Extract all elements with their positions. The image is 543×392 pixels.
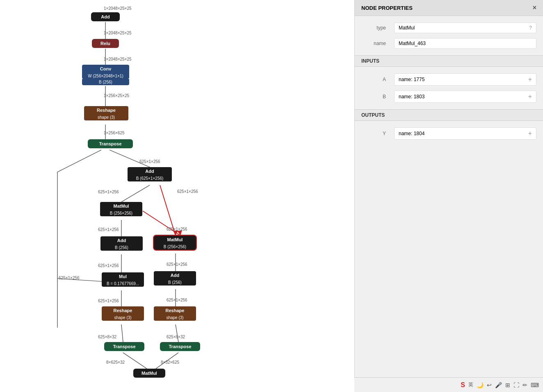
outputs-section: Y name: 1804 + (355, 121, 543, 146)
node-relu[interactable]: Relu (92, 39, 119, 48)
node-label: Add (91, 12, 120, 21)
edges-overlay (0, 0, 354, 392)
inputs-section: A name: 1775 + B name: 1803 + (355, 67, 543, 109)
node-matmul2[interactable]: MatMul B (256×256) (154, 236, 196, 250)
node-matmul-bot[interactable]: MatMul (133, 369, 165, 378)
name-value-text: MatMul_463 (399, 41, 426, 46)
svg-line-4 (110, 150, 150, 167)
node-param-b: B (256) (82, 79, 129, 85)
edge-label: 1×2048×25×25 (104, 57, 132, 61)
node-add-mid[interactable]: Add B (625×1×256) (128, 167, 172, 181)
node-label-text: Reshape (154, 306, 196, 315)
node-param-b: B (256) (154, 279, 196, 286)
taskbar-grid[interactable]: ⊞ (505, 382, 510, 388)
node-add-left[interactable]: Add B (256) (100, 236, 143, 251)
input-a-expand[interactable]: + (528, 76, 532, 83)
name-row: name MatMul_463 (355, 36, 543, 51)
taskbar-lang[interactable]: 英 (468, 381, 473, 388)
node-label: Transpose (160, 342, 200, 351)
node-mul[interactable]: Mul B = 0.17677669... (102, 272, 144, 287)
node-transpose3[interactable]: Transpose (160, 342, 200, 351)
type-value: MatMul ? (394, 23, 536, 33)
output-y-text: name: 1804 (399, 131, 424, 136)
node-reshape3[interactable]: Reshape shape (3) (154, 306, 196, 321)
graph-canvas[interactable]: 1×2048×25×25 1×2048×25×25 1×2048×25×25 1… (0, 0, 354, 392)
node-label-text: Reshape (84, 106, 128, 114)
svg-line-15 (176, 324, 178, 342)
edge-label: 625×1×256 (98, 263, 119, 268)
edge-label: 625×1×256 (167, 298, 187, 302)
node-param-b: B (625×1×256) (128, 175, 172, 181)
edge-label: 8×625×32 (106, 360, 125, 365)
node-param-b: B = 0.17677669... (102, 281, 144, 287)
output-y-value: name: 1804 + (394, 127, 536, 140)
input-a-row: A name: 1775 + (355, 71, 543, 88)
node-transpose2[interactable]: Transpose (104, 342, 144, 351)
panel-title: NODE PROPERTIES (361, 5, 413, 11)
edge-label: 1×2048×25×25 (104, 6, 132, 11)
node-label-text: Mul (102, 272, 144, 281)
taskbar-screen[interactable]: ⛶ (513, 382, 519, 388)
node-matmul1[interactable]: MatMul B (256×256) (100, 202, 142, 216)
edge-label: 1×256×625 (104, 131, 125, 135)
name-value: MatMul_463 (394, 38, 536, 49)
taskbar-moon[interactable]: 🌙 (477, 382, 484, 388)
panel-close-button[interactable]: × (533, 4, 536, 11)
node-param-b: B (256×256) (154, 244, 196, 250)
svg-line-7 (121, 185, 150, 202)
edge-label: 625×1×256 (59, 276, 80, 280)
svg-line-19 (143, 211, 180, 236)
input-b-row: B name: 1803 + (355, 88, 543, 105)
taskbar-s-icon: S (461, 381, 465, 389)
svg-line-12 (123, 353, 147, 369)
panel-header: NODE PROPERTIES × (355, 0, 543, 16)
edge-label: 1×256×25×25 (104, 93, 129, 98)
taskbar-undo[interactable]: ↩ (487, 382, 492, 388)
node-conv[interactable]: Conv W (256×2048×1×1) B (256) (82, 65, 129, 85)
node-label-text: Add (100, 236, 143, 245)
input-b-expand[interactable]: + (528, 93, 532, 100)
edge-label: 625×8×32 (98, 335, 116, 339)
node-label-text: Add (128, 167, 172, 175)
edge-label: 8×32×625 (161, 360, 179, 365)
node-reshape2[interactable]: Reshape shape (3) (102, 306, 144, 321)
node-add-right[interactable]: Add B (256) (154, 271, 196, 286)
node-reshape1[interactable]: Reshape shape (3) (84, 106, 128, 120)
edge-label: 1×2048×25×25 (104, 31, 132, 35)
taskbar-pen[interactable]: ✏ (522, 382, 527, 388)
node-param-shape: shape (3) (102, 315, 144, 321)
edge-label: 625×1×256 (167, 262, 187, 267)
input-a-text: name: 1775 (399, 77, 424, 82)
node-label: MatMul (133, 369, 165, 378)
panel-properties-section: type MatMul ? name MatMul_463 (355, 16, 543, 55)
properties-panel: NODE PROPERTIES × type MatMul ? name Mat… (354, 0, 543, 392)
outputs-header: OUTPUTS (355, 109, 543, 121)
edge-label: 625×1×256 (98, 227, 119, 232)
type-label: type (361, 25, 386, 31)
name-label: name (361, 41, 386, 46)
edge-label: 625×1×256 (177, 189, 198, 194)
node-param-b: B (256) (100, 245, 143, 251)
type-help-icon[interactable]: ? (529, 25, 532, 31)
node-add-top[interactable]: Add (91, 12, 120, 21)
node-transpose1[interactable]: Transpose (88, 139, 133, 148)
edge-label: 625×1×256 (98, 190, 119, 194)
input-a-letter: A (361, 77, 386, 82)
edge-label: 625×8×32 (167, 335, 185, 339)
input-a-value: name: 1775 + (394, 73, 536, 86)
node-param-shape: shape (3) (154, 315, 196, 321)
node-label-text: Reshape (102, 306, 144, 315)
node-label-text: MatMul (100, 202, 142, 210)
input-b-letter: B (361, 94, 386, 100)
svg-line-11 (121, 324, 123, 342)
input-b-value: name: 1803 + (394, 91, 536, 103)
svg-line-5 (57, 150, 101, 172)
taskbar-keyboard[interactable]: ⌨ (531, 382, 539, 388)
taskbar-mic[interactable]: 🎤 (495, 382, 502, 388)
node-label-text: MatMul (154, 236, 196, 244)
output-y-expand[interactable]: + (528, 130, 532, 137)
type-value-text: MatMul (399, 25, 415, 31)
type-row: type MatMul ? (355, 20, 543, 36)
input-b-text: name: 1803 (399, 94, 424, 100)
taskbar: S 英 🌙 ↩ 🎤 ⊞ ⛶ ✏ ⌨ (354, 377, 543, 392)
